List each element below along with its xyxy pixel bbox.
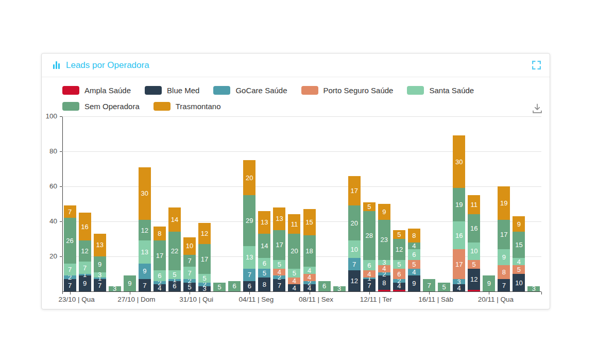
bar-segment-08-11-2[interactable]: 4 [303, 284, 316, 291]
bar-segment-27-10-6[interactable]: 9 [124, 275, 136, 291]
bar-segment-15-11-2[interactable]: 9 [408, 275, 420, 291]
bar-segment-01-11-2[interactable]: 3 [198, 286, 211, 291]
bar-segment-16-11-6[interactable]: 7 [423, 279, 435, 291]
bar-segment-12-11-5[interactable]: 6 [363, 260, 376, 270]
bar-segment-14-11-7[interactable]: 5 [393, 230, 405, 239]
bar-segment-25-10-6[interactable]: 9 [94, 256, 106, 272]
bar-segment-04-11-6[interactable]: 29 [243, 195, 255, 246]
bar-segment-08-11-7[interactable]: 15 [303, 209, 316, 235]
bar-segment-29-10-2[interactable]: 4 [153, 284, 166, 291]
bar-segment-19-11-1[interactable] [468, 290, 480, 291]
bar-segment-20-11-6[interactable]: 9 [483, 275, 495, 291]
bar-segment-04-11-7[interactable]: 20 [243, 160, 255, 195]
legend-item-2[interactable]: Blue Med [145, 86, 199, 95]
bar-segment-12-11-2[interactable]: 7 [363, 279, 376, 291]
bar-segment-11-11-5[interactable]: 10 [348, 240, 361, 258]
bar-segment-06-11-4[interactable]: 4 [273, 269, 285, 276]
bar-segment-12-11-7[interactable]: 5 [363, 202, 376, 211]
bar-segment-02-11-6[interactable]: 5 [213, 283, 226, 291]
bar-segment-05-11-5[interactable]: 6 [258, 258, 270, 268]
bar-segment-25-10-7[interactable]: 13 [94, 234, 106, 256]
bar-segment-07-11-4[interactable]: 4 [288, 278, 300, 285]
bar-segment-25-10-5[interactable]: 3 [94, 272, 106, 278]
bar-segment-14-11-6[interactable]: 12 [393, 239, 405, 260]
bar-segment-22-11-6[interactable]: 15 [513, 232, 525, 258]
bar-segment-15-11-4[interactable]: 5 [408, 260, 420, 269]
bar-segment-15-11-3[interactable]: 4 [408, 269, 420, 276]
bar-segment-21-11-2[interactable]: 7 [498, 279, 510, 291]
bar-segment-31-10-3[interactable]: 2 [183, 279, 196, 283]
bar-segment-24-10-6[interactable]: 12 [79, 240, 91, 262]
bar-segment-07-11-6[interactable]: 20 [288, 234, 300, 269]
bar-segment-23-10-2[interactable]: 7 [64, 279, 76, 291]
bar-segment-29-10-3[interactable]: 2 [153, 281, 166, 285]
bar-segment-30-10-3[interactable]: 1 [168, 279, 181, 281]
bar-segment-14-11-3[interactable]: 2 [393, 279, 405, 283]
bar-segment-12-11-3[interactable]: 1 [363, 278, 376, 279]
bar-segment-01-11-3[interactable]: 2 [198, 283, 211, 286]
bar-segment-18-11-3[interactable]: 3 [453, 279, 465, 284]
bar-segment-29-10-6[interactable]: 17 [153, 240, 166, 270]
bar-segment-01-11-7[interactable]: 12 [198, 223, 211, 244]
legend-item-5[interactable]: Santa Saúde [407, 86, 474, 95]
bar-segment-23-10-7[interactable]: 7 [64, 205, 76, 218]
bar-segment-28-10-5[interactable]: 13 [139, 240, 151, 263]
bar-segment-14-11-1[interactable] [393, 290, 405, 291]
bar-segment-08-11-4[interactable]: 4 [303, 274, 316, 281]
bar-segment-30-10-5[interactable]: 5 [168, 270, 181, 279]
bar-segment-21-11-4[interactable]: 8 [498, 265, 510, 279]
bar-segment-23-10-6[interactable]: 26 [64, 218, 76, 263]
bar-segment-12-11-6[interactable]: 28 [363, 211, 376, 260]
bar-segment-28-10-7[interactable]: 30 [139, 167, 151, 220]
bar-segment-24-10-5[interactable]: 7 [79, 262, 91, 274]
bar-segment-22-11-2[interactable]: 10 [513, 274, 525, 291]
bar-segment-22-11-7[interactable]: 9 [513, 216, 525, 232]
bar-segment-25-10-2[interactable]: 7 [94, 279, 106, 291]
bar-segment-30-10-6[interactable]: 22 [168, 232, 181, 270]
bar-segment-08-11-5[interactable]: 4 [303, 267, 316, 274]
bar-segment-06-11-6[interactable]: 17 [273, 230, 285, 260]
bar-segment-14-11-2[interactable]: 4 [393, 283, 405, 290]
bar-segment-18-11-7[interactable]: 30 [453, 135, 465, 188]
bar-segment-23-10-3[interactable]: 2 [64, 275, 76, 279]
bar-segment-06-11-3[interactable]: 2 [273, 275, 285, 279]
bar-segment-04-11-2[interactable]: 6 [243, 281, 255, 291]
bar-segment-29-10-7[interactable]: 8 [153, 227, 166, 240]
bar-segment-14-11-5[interactable]: 5 [393, 260, 405, 269]
bar-segment-06-11-5[interactable]: 5 [273, 260, 285, 269]
bar-segment-05-11-2[interactable]: 8 [258, 278, 270, 291]
bar-segment-14-11-4[interactable]: 6 [393, 269, 405, 279]
bar-segment-15-11-7[interactable]: 8 [408, 229, 420, 242]
legend-item-7[interactable]: Trasmontano [153, 102, 221, 111]
bar-segment-13-11-4[interactable]: 4 [378, 265, 390, 272]
bar-segment-30-10-2[interactable]: 6 [168, 281, 181, 291]
bar-segment-22-11-5[interactable]: 4 [513, 258, 525, 265]
bar-segment-18-11-6[interactable]: 19 [453, 188, 465, 221]
bar-segment-19-11-7[interactable]: 11 [468, 195, 480, 214]
bar-segment-07-11-5[interactable]: 5 [288, 269, 300, 278]
bar-segment-21-11-5[interactable]: 9 [498, 249, 510, 265]
bar-segment-18-11-4[interactable]: 17 [453, 249, 465, 279]
bar-segment-05-11-3[interactable]: 5 [258, 269, 270, 278]
bar-segment-10-11-6[interactable]: 3 [333, 286, 346, 291]
download-icon[interactable] [532, 103, 543, 114]
bar-segment-19-11-6[interactable]: 16 [468, 214, 480, 242]
bar-segment-17-11-6[interactable]: 5 [438, 283, 450, 291]
legend-item-1[interactable]: Ampla Saúde [62, 86, 131, 95]
expand-icon[interactable] [531, 60, 541, 71]
bar-segment-05-11-7[interactable]: 13 [258, 211, 270, 234]
bar-segment-23-10-5[interactable]: 7 [64, 264, 76, 276]
bar-segment-29-10-5[interactable]: 6 [153, 270, 166, 281]
bar-segment-13-11-1[interactable] [378, 290, 390, 291]
bar-segment-30-10-7[interactable]: 14 [168, 207, 181, 232]
bar-segment-19-11-5[interactable]: 10 [468, 242, 480, 260]
legend-item-4[interactable]: Porto Seguro Saúde [301, 86, 394, 95]
bar-segment-28-10-2[interactable]: 7 [139, 279, 151, 291]
bar-segment-07-11-2[interactable]: 4 [288, 284, 300, 291]
bar-segment-24-10-2[interactable]: 9 [79, 275, 91, 291]
bar-segment-31-10-5[interactable]: 7 [183, 267, 196, 279]
bar-segment-01-11-5[interactable]: 5 [198, 274, 211, 283]
bar-segment-12-11-4[interactable]: 4 [363, 270, 376, 278]
bar-segment-18-11-5[interactable]: 16 [453, 221, 465, 249]
bar-segment-11-11-6[interactable]: 20 [348, 205, 361, 240]
